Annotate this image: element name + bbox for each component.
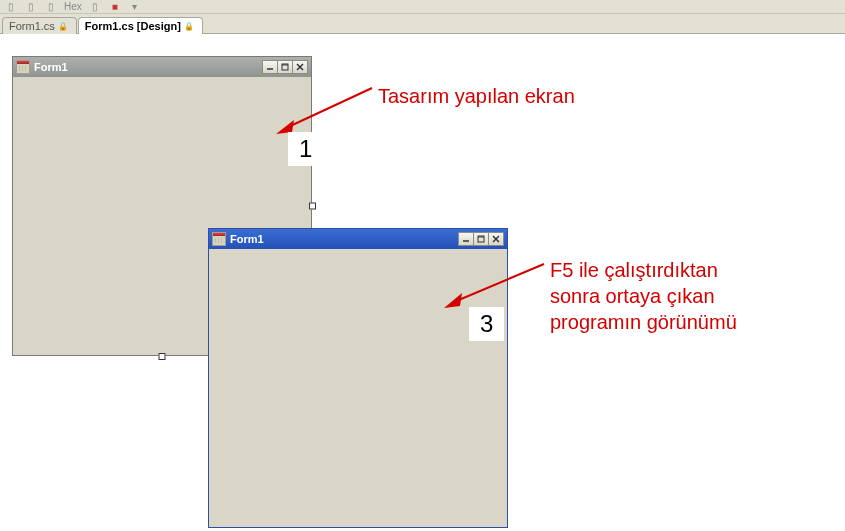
titlebar-design[interactable]: Form1 [13,57,311,77]
toolbar-icon-misc: ▯ [88,2,102,12]
toolbar-hex-label: Hex [64,1,82,12]
window-buttons [263,60,308,74]
form-client-area[interactable] [209,249,507,527]
lock-icon: 🔒 [58,22,68,31]
debug-toolbar: ▯ ▯ ▯ Hex ▯ ■ ▾ [0,0,845,14]
minimize-button[interactable] [262,60,278,74]
annotation-1-number: 1 [288,132,323,166]
maximize-icon [281,63,289,71]
annotation-1-text: Tasarım yapılan ekran [378,83,575,109]
toolbar-dropdown-icon: ▾ [128,2,142,12]
document-tabs: Form1.cs 🔒 Form1.cs [Design] 🔒 [0,14,845,34]
form-title: Form1 [34,61,68,73]
form-icon [212,232,226,246]
maximize-button[interactable] [277,60,293,74]
toolbar-icon-step3: ▯ [44,2,58,12]
annotation-2-line2: sonra ortaya çıkan [550,283,737,309]
toolbar-icon-step2: ▯ [24,2,38,12]
tab-form1-code[interactable]: Form1.cs 🔒 [2,17,77,34]
annotation-2-text: F5 ile çalıştırdıktan sonra ortaya çıkan… [550,257,737,335]
minimize-icon [462,235,470,243]
toolbar-icon-step: ▯ [4,2,18,12]
titlebar-run[interactable]: Form1 [209,229,507,249]
form-icon [16,60,30,74]
close-button[interactable] [292,60,308,74]
close-icon [296,63,304,71]
form-title: Form1 [230,233,264,245]
close-button[interactable] [488,232,504,246]
annotation-2-number: 3 [469,307,504,341]
annotation-2-line1: F5 ile çalıştırdıktan [550,257,737,283]
toolbar-icon-stop: ■ [108,2,122,12]
tab-label: Form1.cs [9,20,55,32]
minimize-icon [266,63,274,71]
maximize-button[interactable] [473,232,489,246]
tab-form1-design[interactable]: Form1.cs [Design] 🔒 [78,17,203,34]
resize-handle-bottom[interactable] [159,353,166,360]
window-buttons [459,232,504,246]
minimize-button[interactable] [458,232,474,246]
annotation-2-line3: programın görünümü [550,309,737,335]
maximize-icon [477,235,485,243]
tab-label: Form1.cs [Design] [85,20,181,32]
resize-handle-right[interactable] [309,203,316,210]
close-icon [492,235,500,243]
form1-runtime-window[interactable]: Form1 [208,228,508,528]
lock-icon: 🔒 [184,22,194,31]
